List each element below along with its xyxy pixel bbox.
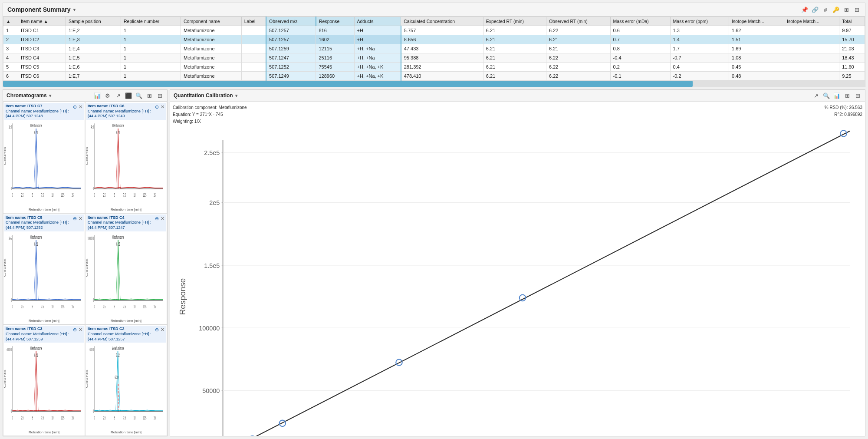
chrom-crosshair-icon[interactable]: ⊕ [73, 215, 77, 221]
quant-dropdown[interactable]: ▼ [234, 93, 239, 98]
quant-window1[interactable]: ⊞ [843, 92, 851, 99]
col-iso-match2[interactable]: Isotope Match... [784, 17, 839, 26]
svg-text:10: 10 [134, 192, 136, 198]
col-obs-mz[interactable]: Observed m/z [266, 17, 316, 26]
svg-text:Counts: Counts [4, 258, 6, 277]
window-icon1[interactable]: ⊞ [842, 6, 850, 13]
table-cell: 507.1247 [266, 53, 316, 63]
svg-text:15: 15 [72, 304, 74, 309]
svg-text:15: 15 [154, 415, 156, 421]
table-cell: 6.21 [483, 53, 546, 63]
table-body: 1ITSD C11:E,21Metaflumizone507.1257816+H… [3, 26, 865, 81]
table-cell: 6 [3, 72, 18, 81]
table-cell: 9.25 [839, 72, 865, 81]
col-exp-rt[interactable]: Expected RT (min) [483, 17, 546, 26]
table-cell: 507.1252 [266, 63, 316, 72]
horizontal-scrollbar[interactable] [3, 81, 865, 87]
window-icon3[interactable]: ⊞ [145, 92, 153, 99]
quant-bar-icon[interactable]: 📊 [833, 92, 841, 99]
table-cell: -0.7 [670, 53, 729, 63]
component-summary-dropdown[interactable]: ▼ [72, 7, 76, 12]
chrom-x-axis-label: Retention time [min] [4, 318, 84, 323]
svg-text:5: 5 [114, 415, 115, 421]
table-cell: 6.21 [483, 63, 546, 72]
quant-window2[interactable]: ⊟ [854, 92, 861, 99]
col-rep-num[interactable]: Replicate number [121, 17, 181, 26]
chrom-close-icon[interactable]: ✕ [161, 104, 164, 110]
table-cell: +H, +Na, +K [354, 63, 401, 72]
svg-text:0: 0 [12, 192, 13, 198]
quant-fit-icon[interactable]: ↗ [812, 92, 820, 99]
col-calc-conc[interactable]: Calculated Concentration [401, 17, 483, 26]
table-cell: 1.3 [670, 26, 729, 35]
svg-text:0: 0 [12, 415, 13, 421]
chrom-crosshair-icon[interactable]: ⊕ [73, 104, 77, 110]
table-row[interactable]: 2ITSD C21:E,31Metaflumizone507.12571602+… [3, 35, 865, 44]
chrom-close-icon[interactable]: ✕ [79, 215, 82, 221]
table-cell: 47.433 [401, 44, 483, 53]
col-item-name[interactable]: Item name ▲ [18, 17, 66, 26]
quant-search-icon[interactable]: 🔍 [822, 92, 830, 99]
window-icon4[interactable]: ⊟ [156, 92, 164, 99]
quant-info-left: Calibration component: Metaflumizone Equ… [173, 104, 247, 125]
table-cell: +H [354, 26, 401, 35]
svg-text:Counts: Counts [4, 370, 6, 388]
table-cell: 6.22 [546, 72, 610, 81]
table-row[interactable]: 4ITSD C41:E,51Metaflumizone507.124725116… [3, 53, 865, 63]
svg-text:Counts: Counts [4, 147, 6, 165]
table-row[interactable]: 5ITSD C51:E,61Metaflumizone507.125275545… [3, 63, 865, 72]
fit-icon[interactable]: ↗ [114, 92, 122, 99]
chrom-crosshair-icon[interactable]: ⊕ [155, 215, 159, 221]
chrom-close-icon[interactable]: ✕ [79, 327, 82, 333]
table-cell: 25116 [316, 53, 354, 63]
svg-text:2.5: 2.5 [21, 304, 24, 309]
quant-info-right: % RSD (%): 26.563 R^2: 0.996892 [825, 104, 862, 125]
col-iso-match1[interactable]: Isotope Match... [729, 17, 784, 26]
table-cell: 6.21 [483, 72, 546, 81]
chromatograms-dropdown[interactable]: ▼ [48, 93, 53, 98]
svg-text:15: 15 [72, 192, 74, 198]
chrom-plot-area: Counts 40000 0 0 2.5 5 7.5 10 12.5 15 [4, 343, 84, 430]
quant-content: Calibration component: Metaflumizone Equ… [170, 102, 865, 436]
chromatogram-item: Item name: ITSD C5 Channel name: Metaflu… [3, 213, 85, 325]
col-response[interactable]: Response [316, 17, 354, 26]
chrom-crosshair-icon[interactable]: ⊕ [73, 327, 77, 333]
table-container: ▲ Item name ▲ Sample position Replicate … [3, 17, 865, 81]
hash-icon[interactable]: # [822, 6, 829, 13]
chromatograms-panel: Chromatograms ▼ 📊 ⚙ ↗ ⬛ 🔍 ⊞ ⊟ Item name:… [3, 89, 168, 436]
table-row[interactable]: 6ITSD C61:E,71Metaflumizone507.124912896… [3, 72, 865, 81]
chrom-svg: Counts 3e5 0 0 2.5 5 7.5 10 12.5 15 [4, 231, 84, 319]
key-icon[interactable]: 🔑 [832, 6, 840, 13]
table-cell: 1 [121, 72, 181, 81]
table-row[interactable]: 1ITSD C11:E,21Metaflumizone507.1257816+H… [3, 26, 865, 35]
link-icon[interactable]: 🔗 [811, 6, 819, 13]
chrom-close-icon[interactable]: ✕ [161, 215, 164, 221]
col-mass-err-mda[interactable]: Mass error (mDa) [610, 17, 670, 26]
col-total[interactable]: Total [839, 17, 865, 26]
col-sample-pos[interactable]: Sample position [66, 17, 121, 26]
col-label[interactable]: Label [241, 17, 266, 26]
quant-svg: Response Concentration [ng/mL] 0 50000 1… [173, 127, 862, 436]
chrom-close-icon[interactable]: ✕ [79, 104, 82, 110]
chrom-crosshair-icon[interactable]: ⊕ [155, 104, 159, 110]
table-row[interactable]: 3ITSD C31:E,41Metaflumizone507.125912115… [3, 44, 865, 53]
gear-icon[interactable]: ⚙ [104, 92, 112, 99]
chrom-crosshair-icon[interactable]: ⊕ [155, 327, 159, 333]
col-mass-err-ppm[interactable]: Mass error (ppm) [670, 17, 729, 26]
col-sort[interactable]: ▲ [3, 17, 18, 26]
chrom-close-icon[interactable]: ✕ [161, 327, 164, 333]
bar-chart-icon[interactable]: 📊 [93, 92, 101, 99]
window-icon2[interactable]: ⊟ [853, 6, 861, 13]
col-obs-rt[interactable]: Observed RT (min) [546, 17, 610, 26]
svg-text:Metaflumizone: Metaflumizone [112, 345, 124, 351]
col-comp-name[interactable]: Component name [181, 17, 242, 26]
chrom-svg: Counts 40000 0 0 2.5 5 7.5 10 12.5 15 [4, 343, 84, 430]
search-icon[interactable]: 🔍 [135, 92, 143, 99]
layer-icon[interactable]: ⬛ [125, 92, 132, 99]
table-cell: 1:E,6 [66, 63, 121, 72]
pin-icon[interactable]: 📌 [801, 6, 809, 13]
table-cell: 0.48 [729, 72, 784, 81]
chrom-plot-area: Counts 1e6 0 0 2.5 5 7.5 10 12.5 15 [4, 120, 84, 207]
chrom-svg: Counts 6000 0 0 2.5 5 7.5 10 12.5 15 [86, 343, 166, 430]
col-adducts[interactable]: Adducts [354, 17, 401, 26]
